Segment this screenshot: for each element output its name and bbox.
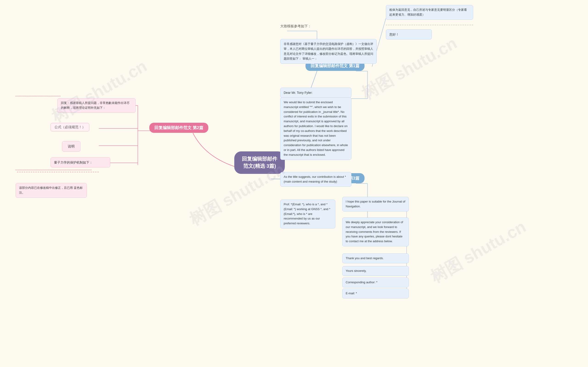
reply-text-box: 回复：感谢审稿人所提问题，非常抱歉未能作出详尽的解释，现将理论证明补充如下： bbox=[57, 98, 136, 113]
main-content-box: We would like to submit the enclosed man… bbox=[280, 98, 351, 160]
email-box: E-mail: * bbox=[342, 289, 409, 298]
correction-note: 该部分内容已在修改稿中出修正，且已用 蓝色标注。 bbox=[16, 183, 87, 198]
template-note-label: 大致模板参考如下： bbox=[280, 24, 311, 28]
suitable-box: I hope this paper is suitable for the Jo… bbox=[342, 197, 409, 211]
thank-you-intro-box: 非常感谢您对《基于量子力学的交流电路保护（虚构）》一文做出评审，本人已对两位审稿… bbox=[280, 39, 377, 64]
formula-node: 公式（必须规范！） bbox=[51, 123, 89, 131]
prof-box: Prof. *(Email: *), who is a *, and *(Ema… bbox=[280, 200, 335, 228]
watermark-4: 树图 shutu.cn bbox=[426, 216, 530, 288]
explanation-node: 说明 bbox=[62, 141, 80, 152]
right-top-note: 粗体为返回意见，自己所述与专家意见要明显区分（专家看起来更省力、增加好感度） bbox=[386, 5, 473, 20]
watermark-1: 树图 shutu.cn bbox=[48, 55, 151, 127]
dashed-line-left-bottom bbox=[16, 170, 91, 170]
contribution-box: As the title suggests, our contribution … bbox=[280, 172, 351, 187]
dear-box: Dear Mr. Tony Fyler: bbox=[280, 88, 351, 98]
dashed-line-left-top bbox=[16, 96, 61, 96]
quantum-node: 量子力学的保护机制如下： bbox=[51, 157, 110, 167]
hello-box: 您好！ bbox=[386, 29, 432, 40]
center-node: 回复编辑部邮件范文(精选 3篇) bbox=[234, 151, 285, 174]
dashed-separator-top bbox=[386, 25, 473, 25]
appreciate-box: We deeply appreciate your consideration … bbox=[342, 217, 409, 246]
branch-node-2: 回复编辑部邮件范文 第2篇 bbox=[149, 123, 208, 133]
thanks-box: Thank you and best regards. bbox=[342, 253, 409, 263]
yours-box: Yours sincerely, bbox=[342, 266, 409, 276]
corresponding-box: Corresponding author: * bbox=[342, 277, 409, 287]
